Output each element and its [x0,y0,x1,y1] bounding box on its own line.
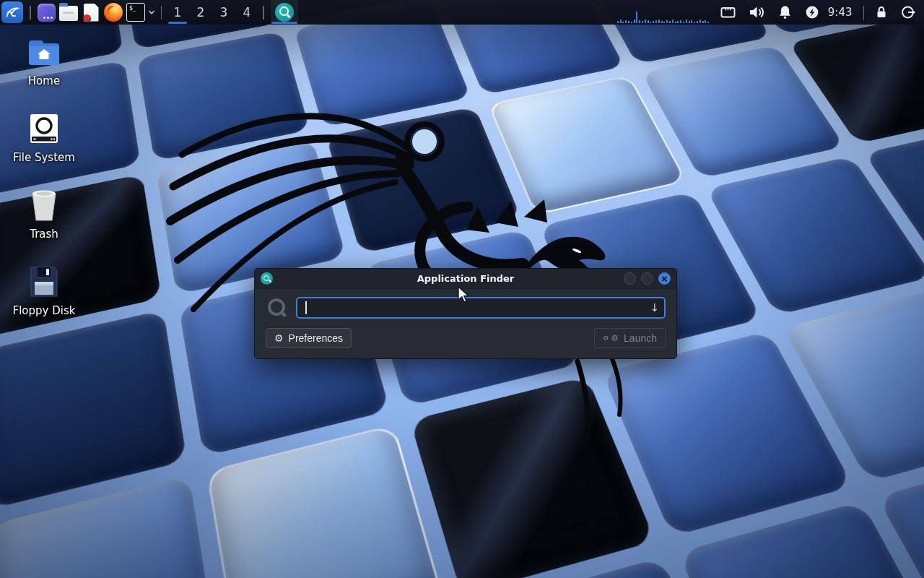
desktop-icon-floppy-disk[interactable]: Floppy Disk [12,264,76,341]
bell-icon [777,4,793,20]
application-finder-icon [261,272,273,285]
file-manager-icon [59,6,78,21]
cpu-graph-bar [707,22,709,23]
workspace-4[interactable]: 4 [235,0,258,25]
cpu-graph-bar [639,20,640,23]
cpu-graph-bar [650,22,651,23]
terminal-icon: $_ [126,3,145,22]
trash-icon [27,188,61,223]
taskbar-application-finder-button[interactable] [271,0,298,25]
top-panel: $_ 1 2 3 4 [0,0,924,25]
cpu-graph-bar [680,20,681,23]
desktop-icon-home[interactable]: Home [12,35,76,111]
text-caret [305,301,307,314]
cpu-graph-bar [648,20,649,23]
desktop-icon-label: Home [28,74,60,87]
cpu-graph-bar [655,20,657,23]
cpu-graph-bar [691,20,692,23]
cpu-graph-bar [675,22,676,23]
gear-icon: ⚙ [274,333,284,343]
notifications-tray-icon[interactable] [772,0,798,25]
cpu-graph-bar [705,20,706,23]
terminal-dropdown[interactable] [148,9,155,16]
lock-icon [874,4,889,20]
mouse-cursor [458,286,472,305]
launcher-firefox[interactable] [103,0,125,25]
cpu-graph-bar [669,21,671,23]
gear-icon: ⚙ [603,335,609,342]
workspace-2[interactable]: 2 [189,0,212,25]
firefox-icon [104,3,123,22]
window-title: Application Finder [255,273,676,284]
launch-label: Launch [624,332,657,344]
launcher-terminal[interactable]: $_ [125,0,147,25]
clock[interactable]: 9:43 [826,6,859,19]
panel-separator [863,6,865,20]
cpu-graph-bar [622,22,624,23]
cpu-graph-bar [631,22,632,23]
launcher-file-manager[interactable] [58,0,80,25]
cpu-graph-bar [620,20,622,23]
launcher-text-editor[interactable] [80,0,103,25]
cpu-graph-bar [663,22,665,23]
minimize-button[interactable] [624,272,636,285]
cpu-graph-bar [666,20,668,23]
cpu-graph-bar [686,20,687,23]
application-finder-icon [275,3,294,22]
cpu-graph-bar [628,21,629,23]
cpu-graph[interactable] [616,0,711,25]
desktop-icon-trash[interactable]: Trash [12,188,76,264]
cpu-graph-bar [683,22,684,23]
gear-icon: ⚙ [611,334,619,342]
home-folder-icon [27,35,61,69]
desktop-icons: Home File System Trash [12,35,76,341]
history-dropdown-arrow-icon[interactable]: ↓ [650,303,659,314]
network-tray-icon[interactable] [714,0,742,25]
maximize-button[interactable] [641,272,653,285]
logout-button[interactable] [894,0,923,25]
cpu-graph-bar [653,21,654,23]
kali-logo-icon [4,4,20,20]
panel-separator [263,6,264,20]
close-button[interactable] [658,272,671,285]
hard-drive-icon [27,111,61,146]
speaker-icon [748,4,766,20]
cpu-graph-bar [694,22,695,23]
cpu-graph-bar [625,20,627,23]
panel-separator [30,6,31,20]
desktop-icon-label: Floppy Disk [13,304,76,317]
text-editor-icon [84,4,99,22]
desktop-icon-label: Trash [30,228,58,241]
cpu-graph-bar [697,21,698,23]
applications-menu-button[interactable] [1,1,23,23]
floppy-disk-icon [27,264,61,299]
cpu-graph-bar [658,20,660,23]
lock-screen-button[interactable] [868,0,894,25]
chevron-down-icon [148,9,155,16]
cpu-graph-bar [699,20,701,23]
workspace-1[interactable]: 1 [166,0,189,25]
cpu-graph-bar [642,21,643,23]
cpu-graph-bar [634,20,635,23]
power-manager-tray-icon[interactable] [798,0,826,25]
desktop-icon-label: File System [13,151,75,164]
volume-tray-icon[interactable] [742,0,772,25]
cpu-graph-bar [672,20,674,23]
power-bolt-icon [804,4,820,20]
search-icon [266,297,287,319]
cpu-graph-bar [617,21,619,23]
cpu-graph-bar [689,21,690,23]
search-input[interactable] [296,297,666,319]
desktop-icon-file-system[interactable]: File System [12,111,76,188]
window-app-icon [38,4,56,22]
cpu-graph-bar [661,21,663,23]
workspace-3[interactable]: 3 [212,0,235,25]
preferences-label: Preferences [289,332,343,344]
launcher-window-app[interactable] [35,0,58,25]
preferences-button[interactable]: ⚙ Preferences [266,328,352,348]
application-finder-window: Application Finder ↓ ⚙ Preferences ⚙ ⚙ L… [254,268,677,359]
panel-separator [161,6,162,20]
cpu-graph-bar [677,21,679,23]
logout-icon [900,4,917,20]
launch-button[interactable]: ⚙ ⚙ Launch [594,328,666,348]
